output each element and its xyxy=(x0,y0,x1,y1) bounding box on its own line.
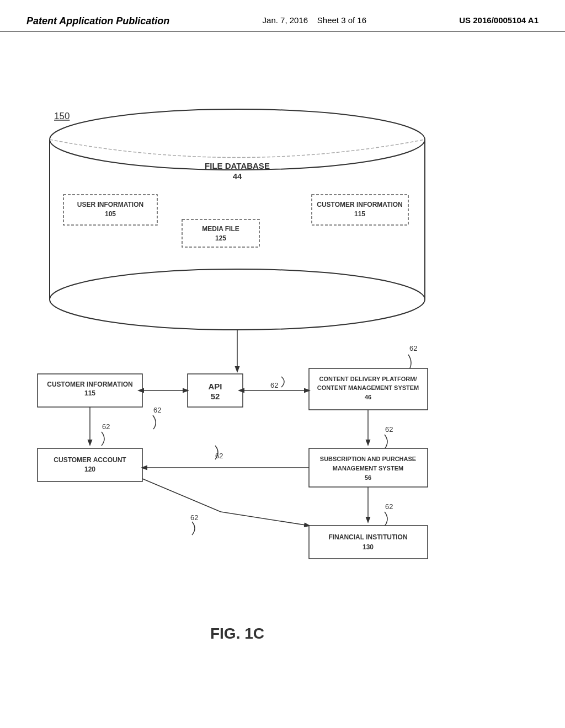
svg-text:CONTENT MANAGEMENT SYSTEM: CONTENT MANAGEMENT SYSTEM xyxy=(317,384,419,391)
svg-text:52: 52 xyxy=(211,392,220,401)
svg-text:FIG. 1C: FIG. 1C xyxy=(210,625,264,642)
svg-rect-11 xyxy=(182,220,259,247)
svg-rect-51 xyxy=(309,526,428,559)
svg-rect-40 xyxy=(309,448,428,487)
svg-text:CUSTOMER ACCOUNT: CUSTOMER ACCOUNT xyxy=(54,456,126,464)
publication-title: Patent Application Publication xyxy=(26,15,169,27)
svg-text:105: 105 xyxy=(105,210,116,218)
svg-text:62: 62 xyxy=(385,502,393,511)
svg-text:CUSTOMER INFORMATION: CUSTOMER INFORMATION xyxy=(317,201,403,208)
svg-text:FILE DATABASE: FILE DATABASE xyxy=(205,161,270,170)
svg-point-3 xyxy=(50,269,425,330)
svg-rect-0 xyxy=(50,140,425,299)
svg-rect-19 xyxy=(38,374,142,407)
svg-text:125: 125 xyxy=(215,234,226,242)
header-date-sheet: Jan. 7, 2016 Sheet 3 of 16 xyxy=(263,15,367,25)
svg-rect-8 xyxy=(63,195,157,225)
svg-text:120: 120 xyxy=(84,465,95,473)
svg-text:62: 62 xyxy=(190,513,198,522)
svg-text:API: API xyxy=(208,382,222,391)
svg-text:115: 115 xyxy=(84,389,95,397)
svg-text:62: 62 xyxy=(270,381,278,389)
svg-text:56: 56 xyxy=(365,474,371,481)
diagram-area: 150 FILE DATABASE 44 USER INFORMATION 10… xyxy=(0,32,565,705)
sheet-info: Sheet 3 of 16 xyxy=(317,15,366,25)
svg-text:USER INFORMATION: USER INFORMATION xyxy=(77,201,143,208)
patent-number: US 2016/0005104 A1 xyxy=(459,15,539,25)
svg-line-48 xyxy=(142,479,221,512)
svg-text:62: 62 xyxy=(215,452,223,460)
page-header: Patent Application Publication Jan. 7, 2… xyxy=(0,0,565,32)
svg-text:CONTENT DELIVERY PLATFORM/: CONTENT DELIVERY PLATFORM/ xyxy=(319,376,417,382)
svg-text:130: 130 xyxy=(363,543,374,551)
svg-text:62: 62 xyxy=(102,422,110,431)
svg-text:SUBSCRIPTION AND PURCHASE: SUBSCRIPTION AND PURCHASE xyxy=(320,456,416,462)
svg-text:62: 62 xyxy=(409,344,417,352)
svg-rect-37 xyxy=(38,448,142,481)
svg-line-49 xyxy=(221,512,309,526)
svg-point-4 xyxy=(50,109,425,170)
svg-text:62: 62 xyxy=(385,425,393,433)
svg-text:150: 150 xyxy=(54,111,70,121)
svg-text:CUSTOMER INFORMATION: CUSTOMER INFORMATION xyxy=(47,381,133,388)
svg-text:115: 115 xyxy=(354,210,365,218)
svg-text:MEDIA FILE: MEDIA FILE xyxy=(202,225,239,233)
svg-rect-14 xyxy=(312,195,408,225)
diagram-svg: 150 FILE DATABASE 44 USER INFORMATION 10… xyxy=(0,32,565,705)
svg-text:FINANCIAL INSTITUTION: FINANCIAL INSTITUTION xyxy=(328,533,407,541)
svg-text:46: 46 xyxy=(365,394,371,400)
svg-text:MANAGEMENT SYSTEM: MANAGEMENT SYSTEM xyxy=(333,465,403,472)
publication-date: Jan. 7, 2016 xyxy=(263,15,308,25)
svg-rect-22 xyxy=(188,374,243,407)
svg-rect-25 xyxy=(309,368,428,410)
svg-text:62: 62 xyxy=(153,406,161,414)
svg-text:44: 44 xyxy=(233,172,242,181)
